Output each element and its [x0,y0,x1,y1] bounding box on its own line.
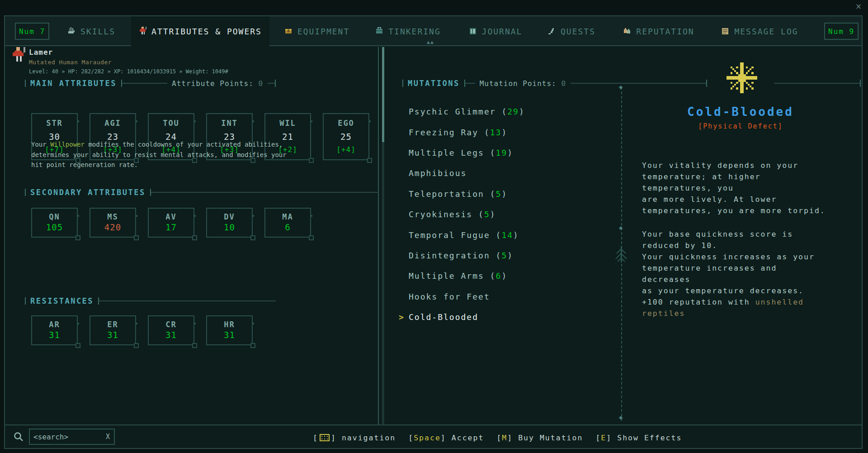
attribute-box[interactable]: ER 31 [90,315,136,345]
attribute-abbr: EGO [338,119,354,128]
attribute-box[interactable]: CR 31 [148,315,194,345]
separator-diamond-icon: ◆ [619,415,623,420]
hint-buy-mutation: [M] Buy Mutation [496,434,583,442]
tab-quests[interactable]: QUESTS [545,16,598,46]
attribute-box[interactable]: MA 6 [264,208,311,238]
mutation-level: 5 [496,189,502,199]
attribute-box[interactable]: AV 17 [148,208,194,238]
attribute-value: 10 [224,222,235,232]
mutation-level: 29 [507,107,519,116]
mutation-level-paren: ( [490,230,502,240]
tab-equipment[interactable]: EQUIPMENT [279,16,354,46]
mutation-list-item[interactable]: Temporal Fugue (14) [399,224,525,245]
tab-journal[interactable]: JOURNAL [465,16,526,46]
keybind-hints: [ ] navigation [Space] Accept [M] Buy Mu… [313,429,694,446]
attribute-value: 420 [104,222,121,232]
separator-diamond-icon: ◆ [619,225,623,231]
main-attributes-header: MAIN ATTRIBUTES Attribute Points: 0 [25,79,276,87]
hint-key: Space [414,434,441,442]
quest-icon [547,27,556,35]
header-tick [706,80,707,87]
attribute-value: 31 [224,330,235,340]
scrollbar-thumb[interactable] [382,47,384,142]
attribute-description: Your Willpower modifies the cooldowns of… [31,139,375,170]
game-screen: × Num 7 SKILLS ATTRIBUTES & POWERS EQUIP… [0,0,868,453]
hint-show-effects: [E] Show Effects [595,434,682,442]
resistances-row: AR 31 ER 31 CR 31 HR 31 [31,315,253,345]
attribute-abbr: HR [224,320,235,329]
attribute-points-value: 0 [258,79,263,88]
attribute-box[interactable]: DV 10 [206,208,253,238]
bracket: [ [595,434,601,442]
attribute-box[interactable]: HR 31 [206,315,253,345]
attribute-box[interactable]: AR 31 [31,315,78,345]
attribute-abbr: AR [49,320,60,329]
mutation-list-item[interactable]: Amphibious [399,163,525,183]
attribute-box[interactable]: QN 105 [31,208,78,238]
mutation-list-item[interactable]: Hooks for Feet [399,286,525,307]
mutation-list-item[interactable]: Cryokinesis (5) [399,204,525,224]
pager-next-button[interactable]: Num 9 [824,23,859,40]
tab-label: ATTRIBUTES & POWERS [151,27,262,36]
mutation-level-paren: ) [507,251,513,260]
mutation-detail-category: [Physical Defect] [642,122,839,130]
attribute-abbr: DV [224,212,235,221]
attribute-value: 31 [165,330,177,340]
search-icon [13,431,24,443]
mutation-level: 5 [484,210,490,219]
mutation-level-paren: ( [484,271,496,281]
mutation-list-item[interactable]: Teleportation (5) [399,184,525,204]
mutation-detail-paragraph-1: Your vitality depends on your temperatur… [642,160,854,216]
hint-key: E [601,434,606,442]
attribute-abbr: CR [165,320,176,329]
mutation-name: Multiple Arms [409,271,484,281]
search-clear-button[interactable]: X [106,433,114,441]
tab-label: SKILLS [80,27,115,36]
mutation-list-item[interactable]: >Cold-Blooded [399,307,525,327]
attribute-abbr: ER [107,320,118,329]
mutation-level-paren: ) [501,189,507,199]
bracket: ] [507,434,513,442]
character-subtitle: Mutated Human Marauder [29,59,112,66]
attribute-box[interactable]: MS 420 [90,208,136,238]
header-tick [25,297,26,305]
attribute-value: 17 [165,222,177,232]
hint-label: Buy Mutation [518,434,583,442]
mutation-list-item[interactable]: Psychic Glimmer (29) [399,101,525,122]
tab-reputation[interactable]: REPUTATION [620,16,698,46]
tab-label: TINKERING [388,27,441,36]
pager-prev-button[interactable]: Num 7 [15,23,49,40]
hint-key: M [502,434,507,442]
mutation-level-paren: ) [519,107,525,116]
bracket: [ [408,434,414,442]
attribute-abbr: AV [165,212,176,221]
attribute-value: 6 [285,222,290,232]
tab-attributes-powers[interactable]: ATTRIBUTES & POWERS [131,16,269,46]
search-field: X [29,429,115,445]
mutation-list-item[interactable]: Disintegration (5) [399,245,525,266]
frost-branch-icon [611,245,631,263]
mutation-level-paren: ( [472,210,484,219]
attribute-points: Attribute Points: 0 [172,79,263,88]
header-line [99,300,276,301]
mutation-points: Mutation Points: 0 [480,79,566,88]
mutation-level-paren: ( [490,251,502,260]
tab-message-log[interactable]: MESSAGE LOG [720,16,800,46]
snowflake-icon [726,62,757,93]
mutation-name: Amphibious [409,168,467,178]
header-line [151,192,377,193]
mutation-list-item[interactable]: Multiple Arms (6) [399,266,525,286]
mutation-list-item[interactable]: Multiple Legs (19) [399,143,525,163]
character-stats-line: Level: 40 » HP: 282/282 » XP: 1016434/10… [29,68,228,75]
chest-icon [284,27,292,35]
mutation-list-item[interactable]: Freezing Ray (13) [399,122,525,142]
attribute-value: 31 [49,330,60,340]
tab-label: MESSAGE LOG [734,27,798,36]
tab-skills[interactable]: SKILLS [61,16,122,46]
mutation-detail-paragraph-2: Your base quickness score is reduced by … [642,229,854,319]
search-input[interactable] [30,433,106,441]
journal-icon [469,27,477,35]
attribute-value: 105 [46,222,63,232]
close-icon[interactable]: × [855,2,862,11]
attribute-abbr: AGI [104,119,121,128]
